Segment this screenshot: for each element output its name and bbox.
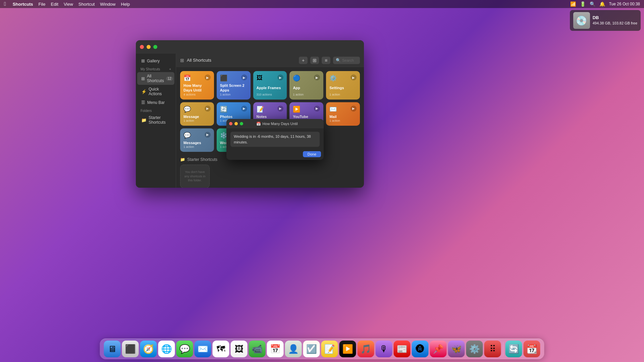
dock-item-safari[interactable]: 🧭	[140, 341, 157, 357]
search-icon[interactable]: 🔍	[590, 1, 595, 7]
card-run-btn[interactable]: ▶	[314, 106, 320, 112]
sidebar-item-starter-shortcuts[interactable]: 📁 Starter Shortcuts	[137, 114, 174, 126]
card-top: ⬛ ▶	[220, 74, 247, 82]
card-name: Apple Frames	[257, 85, 284, 90]
dock-item-fantastical[interactable]: 📆	[524, 341, 540, 357]
dock-item-news[interactable]: 📰	[394, 341, 411, 357]
list-view-btn[interactable]: ≡	[322, 57, 330, 64]
shortcut-card-split-screen[interactable]: ⬛ ▶ Split Screen 2 Apps 1 action	[217, 71, 251, 100]
dock-item-maps[interactable]: 🗺	[213, 341, 229, 357]
card-actions: 1 action	[183, 145, 211, 148]
dock-item-facetime[interactable]: 📹	[249, 341, 266, 357]
all-shortcuts-label: All Shortcuts	[147, 74, 164, 83]
shortcut-card-message[interactable]: 💬 ▶ Message 1 action	[180, 102, 214, 126]
card-run-btn[interactable]: ▶	[277, 74, 283, 80]
menubar-left:  Shortcuts File Edit View Shortcut Wind…	[4, 1, 130, 7]
shortcut-card-mail[interactable]: ✉️ ▶ Mail 1 action	[326, 102, 360, 126]
dock-item-messages[interactable]: 💬	[176, 341, 193, 357]
sidebar-item-all-shortcuts[interactable]: ⊞ All Shortcuts 12	[137, 72, 174, 85]
dock-item-pockity[interactable]: 📌	[430, 341, 447, 357]
dialog-window: 📅 How Many Days Until Wedding is in -6 m…	[226, 119, 324, 160]
card-icon: 🖼	[257, 74, 263, 81]
datetime: Tue 26 Oct 00:38	[609, 2, 640, 6]
card-run-btn[interactable]: ▶	[277, 106, 283, 112]
card-top: 🖼 ▶	[257, 74, 284, 81]
add-shortcut-btn[interactable]: +	[299, 57, 308, 64]
card-run-btn[interactable]: ▶	[314, 74, 320, 80]
menu-help[interactable]: Help	[121, 2, 130, 7]
dock-item-calendar[interactable]: 📅	[267, 341, 284, 357]
battery-icon: 🔋	[580, 1, 586, 7]
dock-item-reminders[interactable]: ☑️	[303, 341, 320, 357]
content-title: All Shortcuts	[187, 58, 211, 63]
dock-item-finder[interactable]: 🖥	[104, 341, 121, 357]
card-run-btn[interactable]: ▶	[205, 74, 211, 80]
card-run-btn[interactable]: ▶	[241, 74, 247, 80]
dock-item-chrome[interactable]: 🌐	[158, 341, 175, 357]
dock-item-tes[interactable]: 🦋	[448, 341, 465, 357]
search-box[interactable]: 🔍 Search	[333, 57, 360, 64]
card-actions: 4 actions	[183, 93, 211, 96]
menu-window[interactable]: Window	[100, 2, 115, 7]
menu-file[interactable]: File	[39, 2, 46, 7]
shortcut-card-how-many-days[interactable]: 📅 ▶ How Many Days Until 4 actions	[180, 71, 214, 100]
dialog-done-button[interactable]: Done	[303, 151, 321, 157]
dock-item-music[interactable]: 🎵	[358, 341, 374, 357]
notification-icon[interactable]: 🔔	[599, 1, 605, 7]
dock-item-mail[interactable]: ✉️	[195, 341, 211, 357]
dialog-footer: Done	[226, 150, 324, 160]
card-icon: ✉️	[329, 106, 337, 113]
card-top: ▶️ ▶	[293, 106, 320, 113]
dock-item-podcasts[interactable]: 🎙	[376, 341, 392, 357]
sidebar-item-quick-actions[interactable]: ⚡ Quick Actions	[137, 85, 174, 98]
dock-item-magnet[interactable]: ⠿	[484, 341, 501, 357]
content-title-icon: ⊞	[180, 58, 184, 63]
card-run-btn[interactable]: ▶	[241, 106, 247, 112]
card-name: Messages	[183, 140, 211, 145]
close-button[interactable]	[140, 45, 144, 49]
sidebar: ⊞ Gallery My Shortcuts + ⊞ All Shortcuts…	[136, 54, 176, 188]
quick-actions-icon: ⚡	[141, 89, 147, 94]
dialog-zoom[interactable]	[240, 122, 243, 125]
shortcut-card-settings[interactable]: ⚙️ ▶ Settings 1 action	[326, 71, 360, 100]
card-icon: 📝	[257, 106, 264, 113]
menu-view[interactable]: View	[64, 2, 73, 7]
card-top: 📝 ▶	[257, 106, 284, 113]
zoom-button[interactable]	[153, 45, 157, 49]
dock-item-tv[interactable]: ▶️	[339, 341, 356, 357]
app-name[interactable]: Shortcuts	[13, 2, 33, 7]
card-icon: 🔵	[293, 74, 300, 82]
card-run-btn[interactable]: ▶	[351, 106, 357, 112]
card-run-btn[interactable]: ▶	[205, 132, 211, 138]
dialog-close[interactable]	[229, 122, 232, 125]
menu-bar-icon: ☰	[141, 100, 145, 105]
dock-item-launchpad[interactable]: ⬛	[122, 341, 139, 357]
add-shortcut-button[interactable]: +	[169, 67, 171, 71]
card-name: Split Screen 2 Apps	[220, 83, 247, 93]
shortcut-card-messages[interactable]: 💬 ▶ Messages 1 action	[180, 128, 214, 152]
dock-item-notes[interactable]: 📝	[321, 341, 338, 357]
card-actions: 1 action	[220, 93, 247, 96]
dock-item-systemprefs[interactable]: ⚙️	[466, 341, 483, 357]
sidebar-item-gallery[interactable]: ⊞ Gallery	[137, 57, 174, 65]
hd-name: DB	[593, 15, 637, 21]
card-icon: ▶️	[293, 106, 300, 113]
card-name: Notes	[257, 114, 284, 119]
menu-shortcut[interactable]: Shortcut	[78, 2, 95, 7]
dock-item-contacts[interactable]: 👤	[285, 341, 302, 357]
dialog-minimize[interactable]	[234, 122, 238, 125]
shortcut-card-apple-frames[interactable]: 🖼 ▶ Apple Frames 310 actions	[253, 71, 287, 100]
menu-edit[interactable]: Edit	[51, 2, 58, 7]
sidebar-item-menu-bar[interactable]: ☰ Menu Bar	[137, 98, 174, 107]
dock-item-photos[interactable]: 🖼	[231, 341, 248, 357]
minimize-button[interactable]	[147, 45, 151, 49]
shortcut-card-app[interactable]: 🔵 ▶ App 1 action	[289, 71, 323, 100]
dock-item-appstore[interactable]: 🅐	[412, 341, 429, 357]
grid-view-btn[interactable]: ⊞	[310, 57, 319, 64]
dock-item-mango[interactable]: 🔄	[505, 341, 522, 357]
apple-menu[interactable]: 	[4, 1, 6, 7]
card-run-btn[interactable]: ▶	[205, 106, 211, 112]
card-run-btn[interactable]: ▶	[351, 74, 357, 80]
starter-empty-card: You don't have any shortcuts in this fol…	[180, 165, 210, 188]
dock-separator	[503, 342, 503, 356]
